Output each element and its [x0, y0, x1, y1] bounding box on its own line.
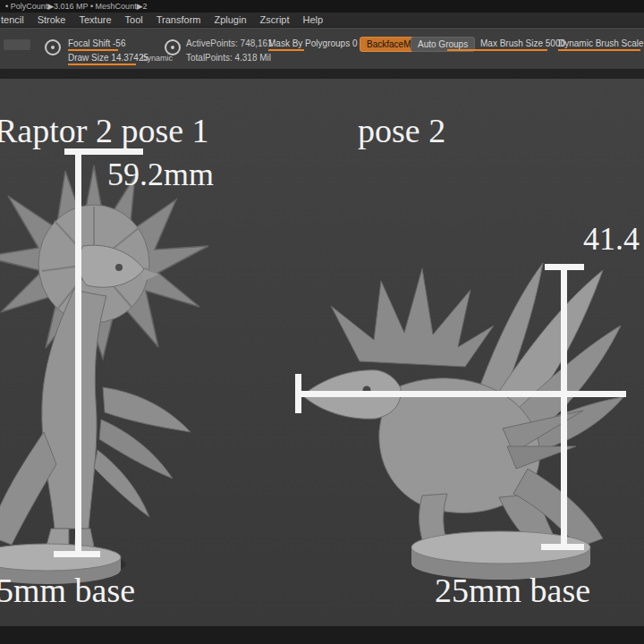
left-measure-bottom-cap	[54, 551, 100, 557]
draw-size-slider-fill[interactable]	[68, 64, 136, 65]
right-measure-vertical-line	[561, 266, 567, 550]
menu-item-tool[interactable]: Tool	[125, 13, 143, 27]
raptor-model-pose2	[288, 254, 637, 585]
right-measure-bottom-cap	[541, 544, 584, 550]
right-height-label: 41.4	[583, 220, 640, 258]
focal-shift-slider-fill[interactable]	[68, 49, 118, 51]
menu-item-zscript[interactable]: Zscript	[260, 13, 290, 27]
shelf-canvas-divider	[0, 69, 644, 79]
right-base-label: 25mm base	[435, 571, 590, 610]
top-shelf: Focal Shift -56 Draw Size 14.37425 Dynam…	[0, 28, 644, 70]
sculpt-canvas[interactable]: Raptor 2 pose 1 pose 2 59.2mm 41.4 5mm b…	[0, 79, 644, 626]
dynamic-brush-scale-label: Dynamic Brush Scale 1	[558, 38, 644, 48]
menu-item-stroke[interactable]: Stroke	[38, 13, 66, 27]
right-measure-horizontal-line	[295, 391, 626, 397]
zbrush-window: • PolyCount▶3.016 MP • MeshCount▶2 tenci…	[0, 0, 644, 644]
right-model-title: pose 2	[358, 111, 445, 150]
menu-item-stencil[interactable]: tencil	[1, 13, 24, 27]
menubar: tencil Stroke Texture Tool Transform Zpl…	[0, 13, 644, 28]
draw-pointer-icon[interactable]	[45, 39, 61, 55]
left-base-label: 5mm base	[0, 571, 135, 610]
menu-item-texture[interactable]: Texture	[79, 13, 111, 27]
active-points-readout: ActivePoints: 748,161	[186, 38, 273, 48]
titlebar: • PolyCount▶3.016 MP • MeshCount▶2	[0, 0, 644, 13]
max-brush-size-slider-fill[interactable]	[447, 49, 547, 51]
right-measure-top-cap	[545, 264, 584, 270]
draw-size-label: Draw Size 14.37425	[68, 53, 148, 63]
left-height-label: 59.2mm	[107, 156, 214, 193]
partial-button[interactable]	[4, 39, 30, 50]
max-brush-size-label: Max Brush Size 5000	[480, 38, 565, 48]
raptor-model-pose1	[0, 164, 237, 584]
menu-item-transform[interactable]: Transform	[157, 13, 201, 27]
dynamic-brush-scale-slider-fill[interactable]	[558, 49, 640, 51]
mask-by-polygroups-label: Mask By Polygroups 0	[268, 38, 358, 48]
menu-item-zplugin[interactable]: Zplugin	[214, 13, 246, 27]
left-measure-vertical-line	[75, 148, 81, 556]
menu-item-help[interactable]: Help	[303, 13, 324, 27]
draw-pointer-icon-2[interactable]	[165, 39, 181, 55]
bottom-bar	[0, 626, 644, 644]
titlebar-stats: • PolyCount▶3.016 MP • MeshCount▶2	[5, 2, 148, 11]
mask-by-polygroups-slider-fill[interactable]	[268, 49, 304, 51]
focal-shift-label: Focal Shift -56	[68, 38, 125, 48]
dynamic-toggle[interactable]: Dynamic	[141, 54, 173, 63]
total-points-readout: TotalPoints: 4.318 Mil	[186, 53, 271, 63]
left-model-title: Raptor 2 pose 1	[0, 111, 209, 150]
